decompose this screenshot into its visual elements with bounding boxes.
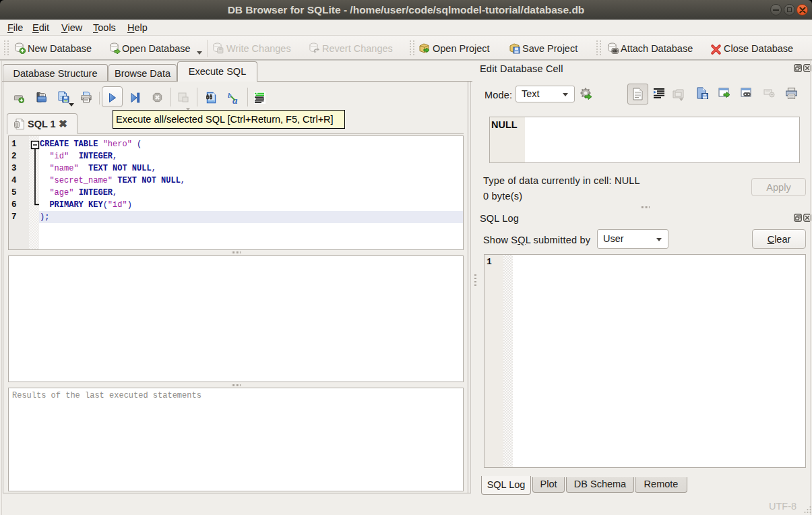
svg-text:b: b <box>228 91 232 99</box>
svg-text:a: a <box>232 95 238 104</box>
